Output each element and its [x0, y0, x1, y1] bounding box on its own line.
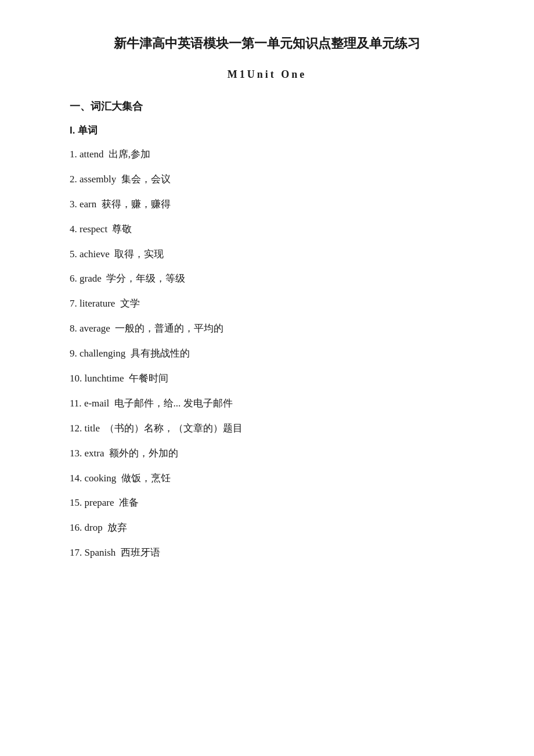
vocab-chinese: 做饭，烹饪	[118, 473, 170, 484]
vocab-english: assembly	[80, 174, 116, 185]
vocab-chinese: 午餐时间	[126, 373, 168, 384]
vocab-number: 8.	[70, 323, 80, 334]
vocab-chinese: 获得，赚，赚得	[99, 199, 170, 210]
vocab-item: 7. literature 文学	[70, 296, 464, 312]
vocab-chinese: 西班牙语	[118, 547, 160, 558]
vocab-item: 16. drop 放弃	[70, 520, 464, 537]
vocab-item: 10. lunchtime 午餐时间	[70, 370, 464, 387]
vocab-number: 5.	[70, 249, 80, 260]
vocab-number: 16.	[70, 522, 85, 533]
vocab-english: prepare	[85, 497, 114, 508]
vocab-english: lunchtime	[85, 373, 124, 384]
page-title: 新牛津高中英语模块一第一单元知识点整理及单元练习	[70, 35, 464, 52]
vocab-item: 11. e-mail 电子邮件，给... 发电子邮件	[70, 395, 464, 412]
vocab-english: achieve	[80, 249, 110, 260]
vocab-number: 6.	[70, 273, 80, 284]
sub-heading: I. 单词	[70, 124, 464, 137]
vocab-english: title	[85, 423, 100, 434]
vocab-item: 1. attend 出席,参加	[70, 146, 464, 163]
vocab-english: attend	[80, 149, 104, 160]
vocab-number: 10.	[70, 373, 85, 384]
vocab-english: drop	[85, 522, 103, 533]
subtitle: M1Unit One	[70, 69, 464, 81]
vocab-chinese: 电子邮件，给... 发电子邮件	[111, 398, 232, 409]
vocab-number: 2.	[70, 174, 80, 185]
vocab-english: average	[80, 323, 110, 334]
vocab-chinese: 额外的，外加的	[106, 448, 178, 459]
vocab-number: 9.	[70, 348, 80, 359]
vocab-item: 5. achieve 取得，实现	[70, 246, 464, 263]
vocab-english: grade	[80, 273, 102, 284]
vocab-number: 12.	[70, 423, 85, 434]
vocab-english: challenging	[80, 348, 125, 359]
vocab-item: 13. extra 额外的，外加的	[70, 445, 464, 462]
vocab-chinese: 集会，会议	[118, 174, 170, 185]
vocab-english: earn	[80, 199, 96, 210]
vocab-english: cooking	[85, 473, 117, 484]
vocab-number: 15.	[70, 497, 85, 508]
vocab-chinese: 放弃	[105, 522, 127, 533]
vocab-number: 13.	[70, 448, 85, 459]
vocab-item: 15. prepare 准备	[70, 495, 464, 512]
vocab-number: 7.	[70, 298, 80, 309]
vocab-item: 17. Spanish 西班牙语	[70, 545, 464, 561]
vocab-english: Spanish	[85, 547, 116, 558]
vocab-item: 12. title （书的）名称，（文章的）题目	[70, 420, 464, 437]
vocab-number: 17.	[70, 547, 85, 558]
vocab-number: 4.	[70, 224, 80, 235]
vocab-chinese: 取得，实现	[112, 249, 164, 260]
vocab-chinese: 出席,参加	[106, 149, 151, 160]
vocab-item: 6. grade 学分，年级，等级	[70, 271, 464, 287]
vocab-item: 3. earn 获得，赚，赚得	[70, 196, 464, 213]
vocab-english: extra	[85, 448, 104, 459]
vocab-item: 9. challenging 具有挑战性的	[70, 345, 464, 362]
vocab-list: 1. attend 出席,参加2. assembly 集会，会议3. earn …	[70, 146, 464, 561]
vocab-chinese: 准备	[116, 497, 138, 508]
vocab-number: 3.	[70, 199, 80, 210]
vocab-number: 14.	[70, 473, 85, 484]
vocab-item: 2. assembly 集会，会议	[70, 171, 464, 188]
vocab-item: 8. average 一般的，普通的，平均的	[70, 321, 464, 337]
vocab-chinese: （书的）名称，（文章的）题目	[102, 423, 243, 434]
section1-heading: 一、词汇大集合	[70, 99, 464, 113]
vocab-item: 4. respect 尊敬	[70, 221, 464, 238]
vocab-number: 1.	[70, 149, 80, 160]
vocab-item: 14. cooking 做饭，烹饪	[70, 470, 464, 487]
vocab-chinese: 尊敬	[110, 224, 132, 235]
vocab-chinese: 学分，年级，等级	[104, 273, 185, 284]
vocab-chinese: 具有挑战性的	[128, 348, 189, 359]
vocab-english: respect	[80, 224, 107, 235]
vocab-chinese: 一般的，普通的，平均的	[113, 323, 223, 334]
vocab-chinese: 文学	[117, 298, 139, 309]
vocab-english: literature	[80, 298, 115, 309]
vocab-english: e-mail	[84, 398, 109, 409]
vocab-number: 11.	[70, 398, 84, 409]
